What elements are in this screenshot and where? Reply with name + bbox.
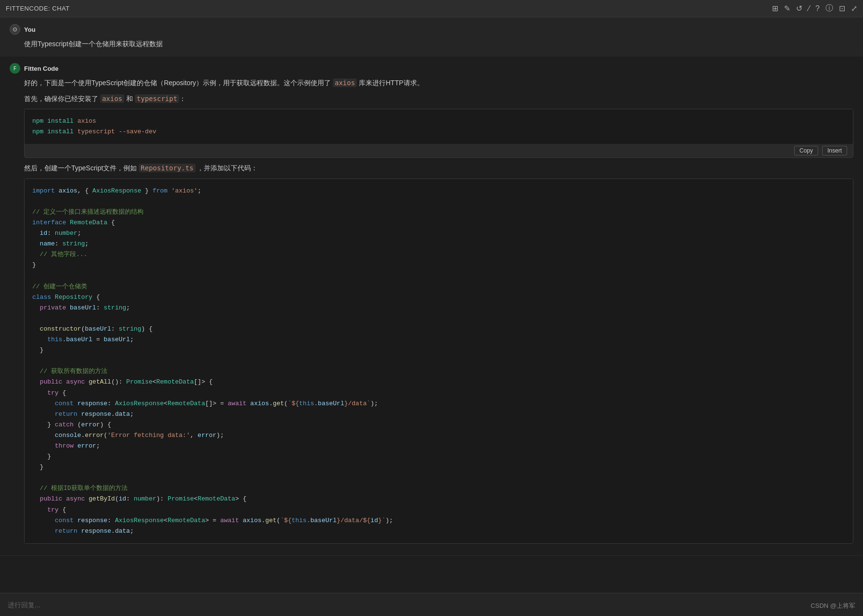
user-message-block: ⊙ You 使用Typescript创建一个仓储用来获取远程数据	[0, 17, 863, 56]
app-title: FITTENCODE: CHAT	[6, 5, 70, 12]
icon-box[interactable]: ⊡	[839, 4, 845, 13]
icon-history[interactable]: ↺	[796, 4, 802, 13]
assistant-intro: 好的，下面是一个使用TypeScript创建的仓储（Repository）示例，…	[24, 77, 853, 88]
icon-expand[interactable]: ⤢	[851, 4, 857, 13]
install-prompt: 首先，确保你已经安装了 axios 和 typescript：	[24, 93, 853, 104]
header-icons: ⊞ ✎ ↺ ⁄ ? ⓘ ⊡ ⤢	[772, 3, 857, 13]
header: FITTENCODE: CHAT ⊞ ✎ ↺ ⁄ ? ⓘ ⊡ ⤢	[0, 0, 863, 17]
input-area	[0, 593, 863, 616]
user-avatar: ⊙	[10, 24, 20, 35]
icon-edit[interactable]: ✎	[784, 4, 790, 13]
user-message-text: 使用Typescript创建一个仓储用来获取远程数据	[24, 38, 853, 49]
code-block-header-install: Copy Insert	[25, 144, 853, 157]
main-code-block: import axios, { AxiosResponse } from 'ax…	[24, 179, 853, 544]
icon-grid[interactable]: ⊞	[772, 4, 778, 13]
icon-info[interactable]: ⓘ	[825, 3, 833, 13]
user-message-header: ⊙ You	[10, 24, 853, 35]
assistant-message-header: F Fitten Code	[10, 63, 853, 74]
chat-area: ⊙ You 使用Typescript创建一个仓储用来获取远程数据 F Fitte…	[0, 17, 863, 593]
then-text: 然后，创建一个TypeScript文件，例如 Repository.ts ，并添…	[24, 163, 853, 173]
icon-help[interactable]: ?	[815, 4, 820, 13]
user-sender-name: You	[24, 26, 36, 33]
fitten-avatar: F	[10, 63, 20, 74]
chat-input[interactable]	[8, 601, 855, 609]
watermark: CSDN @上将军	[811, 602, 855, 610]
copy-button[interactable]: Copy	[794, 146, 818, 155]
install-code-pre: npm install axios npm install typescript…	[25, 109, 853, 144]
icon-slash[interactable]: ⁄	[808, 4, 810, 13]
main-code-pre: import axios, { AxiosResponse } from 'ax…	[25, 179, 853, 543]
assistant-message-block: F Fitten Code 好的，下面是一个使用TypeScript创建的仓储（…	[0, 56, 863, 555]
insert-button[interactable]: Insert	[822, 146, 847, 155]
install-code-block: npm install axios npm install typescript…	[24, 109, 853, 158]
assistant-sender-name: Fitten Code	[24, 65, 59, 72]
